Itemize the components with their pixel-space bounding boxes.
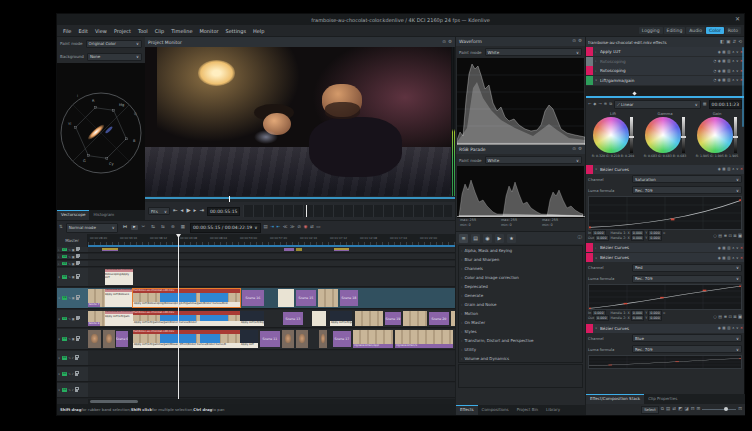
enable-stack-icon[interactable]: ◧	[720, 40, 724, 45]
track-header-a1[interactable]: ∨A1✎♪	[57, 351, 88, 366]
move-up-icon[interactable]: ∧	[732, 50, 735, 54]
track-name-chip[interactable]: A2	[62, 372, 67, 376]
monitor-timecode[interactable]: 00:00:55:15	[207, 207, 240, 216]
edit-track-icon[interactable]: ✎	[68, 356, 71, 360]
paste-effect-icon[interactable]: ▤	[666, 407, 670, 412]
copy-effect-icon[interactable]: ⧉	[661, 407, 664, 412]
show-effect-icon[interactable]: ◉	[718, 59, 721, 63]
lock-track-icon[interactable]	[76, 248, 79, 251]
monitor-header[interactable]: Project Monitor ⊙⚙	[145, 37, 455, 47]
waveform-header[interactable]: Waveform ⊙⚙	[456, 37, 585, 46]
lock-track-icon[interactable]	[76, 297, 79, 300]
save-effect-icon[interactable]: ▥	[727, 50, 730, 54]
handle2-y[interactable]: 0.000	[648, 235, 661, 241]
category-generate[interactable]: ›Generate	[459, 291, 582, 300]
collapse-track-icon[interactable]: ∨	[58, 356, 61, 360]
layout-audio[interactable]: Audio	[686, 27, 705, 34]
gamma-color-wheel[interactable]	[645, 117, 681, 153]
scene-tag[interactable]: Scene 18	[340, 290, 358, 306]
save-effect-icon[interactable]: ▥	[727, 256, 730, 260]
edit-track-icon[interactable]: ✎	[68, 255, 71, 259]
clip[interactable]: Vignette Effect/Appl	[353, 330, 393, 348]
view-mode-icon[interactable]: ≡	[459, 234, 468, 243]
zoom-in-icon[interactable]: ⊞	[696, 407, 700, 412]
keyframes-icon[interactable]: ◔	[713, 69, 716, 73]
paint-mode-select[interactable]: Original Color∨	[86, 40, 142, 48]
expand-effect-icon[interactable]: ›	[595, 69, 598, 73]
category-blur-and-sharpen[interactable]: ›Blur and Sharpen	[459, 255, 582, 264]
track-lane-v7[interactable]	[88, 247, 455, 253]
gear-icon[interactable]: ⚙	[448, 40, 452, 45]
detach-icon[interactable]: ⊙	[572, 147, 576, 152]
channel-select[interactable]: Saturation∨	[632, 175, 742, 183]
zoom-out-icon[interactable]: ⊟	[691, 407, 695, 412]
flag-icon[interactable]: ◩	[678, 407, 682, 412]
track-header-v5[interactable]: ›V5✎▣	[57, 261, 88, 267]
resize-icon[interactable]: ⊡	[729, 233, 732, 238]
track-header-v7[interactable]: ›V7✎▣	[57, 247, 88, 253]
hide-track-icon[interactable]: ▣	[72, 337, 75, 341]
category-utility[interactable]: ›Utility	[459, 345, 582, 354]
clip[interactable]: framboise-au-chocolat-edit.mkvApply LUT/…	[133, 311, 240, 326]
delete-effect-icon[interactable]: ✕	[740, 256, 743, 260]
track-header-a2[interactable]: ∨A2✎♪	[57, 367, 88, 382]
selected-clip[interactable]: framboise-au-chocolat-edit.mkvApply LUT/…	[133, 289, 240, 307]
move-up-icon[interactable]: ∧	[732, 246, 735, 250]
frame-forward-icon[interactable]: ▸	[194, 208, 197, 214]
track-name-chip[interactable]: V2	[62, 317, 67, 321]
close-icon[interactable]: ✕	[735, 15, 740, 22]
lift-color-wheel[interactable]	[593, 117, 629, 153]
clip[interactable]	[296, 330, 308, 348]
curve-header[interactable]: ∨Bézier Curves◉▦▥∧∨✕	[586, 253, 744, 262]
lock-track-icon[interactable]	[76, 262, 79, 265]
keyframe-ruler[interactable]	[586, 86, 744, 98]
out-value[interactable]: 0.000	[595, 315, 608, 321]
save-effect-icon[interactable]: ▥	[727, 167, 730, 171]
stack-tab-effect-composition-stack[interactable]: Effect/Composition Stack	[586, 394, 644, 404]
scene-tag[interactable]: Scene 16	[242, 290, 264, 306]
track-lane-a3[interactable]	[88, 383, 455, 398]
track-name-chip[interactable]: V6	[62, 255, 67, 259]
reset-spline-icon[interactable]: ○	[713, 314, 717, 319]
menu-file[interactable]: File	[60, 27, 74, 35]
curve-header[interactable]: ∨Bézier Curves◉▦▥∧∨✕	[586, 324, 744, 333]
adjust-tracks-icon[interactable]: ⇅	[59, 225, 63, 230]
effect-row-apply-lut-0[interactable]: ›Apply LUT◉▦▥∧∨✕	[586, 47, 744, 56]
track-lane-v3[interactable]: Scene 7framboise-au-chocolat-edit.mkvApp…	[88, 288, 455, 309]
info-icon[interactable]: ⓘ	[578, 236, 583, 241]
delete-point-icon[interactable]: ⊠	[733, 314, 736, 319]
category-styles[interactable]: ›Styles	[459, 327, 582, 336]
category-channels[interactable]: ›Channels	[459, 264, 582, 273]
detach-icon[interactable]: ⊙	[442, 40, 446, 45]
category-grain-and-noise[interactable]: ›Grain and Noise	[459, 300, 582, 309]
handle2-y[interactable]: 0.000	[648, 315, 661, 321]
clip[interactable]: Apply LUT	[240, 330, 258, 348]
zone-effect-icon[interactable]: ▦	[722, 256, 725, 260]
move-down-icon[interactable]: ∨	[736, 59, 739, 63]
menu-edit[interactable]: Edit	[75, 27, 91, 35]
lock-track-icon[interactable]	[76, 255, 79, 258]
interpolation-select[interactable]: ⟋ Linear∨	[614, 100, 701, 109]
scene-tag[interactable]: Scene 11	[260, 331, 280, 347]
edit-track-icon[interactable]: ✎	[68, 388, 71, 392]
move-down-icon[interactable]: ∨	[736, 256, 739, 260]
clip[interactable]: Apply LUT/Lift/ga	[330, 311, 352, 326]
category-alpha-mask-and-keying[interactable]: ›Alpha, Mask and Keying	[459, 246, 582, 255]
zone-stack-icon[interactable]: ▣	[726, 40, 730, 45]
clip[interactable]	[319, 330, 327, 348]
show-effect-icon[interactable]: ◉	[718, 326, 721, 330]
scope-tab-histogram[interactable]: Histogram	[89, 210, 118, 220]
track-lane-v1[interactable]: Scene 6framboise-au-chocolat-edit.mkvApp…	[88, 329, 455, 350]
clip[interactable]: framboise-au-chocolat-edit.mkvRotoscopin…	[105, 269, 133, 285]
hide-track-icon[interactable]: ▣	[72, 262, 75, 266]
curve-editor[interactable]	[588, 355, 742, 369]
track-header-a3[interactable]: ∨A3✎♪	[57, 383, 88, 398]
edit-track-icon[interactable]: ✎	[68, 275, 71, 279]
gain-color-wheel[interactable]	[697, 117, 733, 153]
menu-project[interactable]: Project	[111, 27, 134, 35]
track-name-chip[interactable]: A3	[62, 388, 67, 392]
scene-tag[interactable]: Scene 13	[283, 312, 303, 325]
edit-track-icon[interactable]: ✎	[68, 262, 71, 266]
video-frame[interactable]	[145, 47, 455, 196]
background-select[interactable]: None∨	[87, 53, 142, 61]
